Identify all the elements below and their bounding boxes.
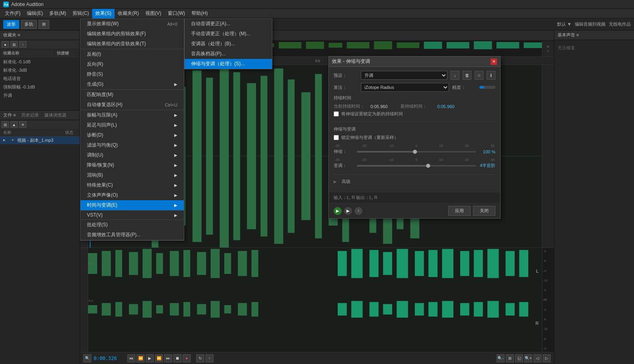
- collection-name: 升调: [1, 92, 54, 99]
- collection-row[interactable]: 标准化 -0.1dB: [1, 58, 79, 66]
- close-file-btn[interactable]: ✕: [19, 121, 26, 128]
- menu-vst[interactable]: VST(V) ▶: [81, 211, 184, 219]
- submenu-stretch-pitch[interactable]: 伸缩与变调（处理）(S)...: [185, 59, 272, 69]
- menu-help[interactable]: 帮助(H): [188, 9, 211, 18]
- default-label[interactable]: 默认 ▼: [557, 21, 572, 27]
- menu-audio-manager[interactable]: 音频增效工具管理器(P)...: [81, 230, 184, 240]
- pitch-slider[interactable]: [357, 165, 476, 167]
- menu-special[interactable]: 特殊效果(C) ▶: [81, 180, 184, 190]
- zoom-in2-btn[interactable]: 🔍+: [524, 354, 532, 362]
- advanced-label[interactable]: 高级: [342, 179, 366, 185]
- dialog-play-pause-btn[interactable]: ▶: [334, 207, 342, 215]
- menu-auto-fix[interactable]: 自动修复选区(H) Ctrl+U: [81, 100, 184, 110]
- menu-amplitude[interactable]: 振幅与压限(A) ▶: [81, 110, 184, 120]
- stretch-pitch-title: 伸缩与变调: [334, 126, 495, 132]
- menu-match-loudness[interactable]: 匹配响度(M): [81, 90, 184, 100]
- menu-reverse[interactable]: 反向(R): [81, 59, 184, 69]
- menu-filter[interactable]: 滤波与均衡(Q) ▶: [81, 140, 184, 150]
- mode-multitrack-btn[interactable]: 多轨: [21, 20, 37, 29]
- dialog-preview-btn[interactable]: ▶: [344, 207, 352, 215]
- collection-row[interactable]: 标准化 -3dB: [1, 66, 79, 74]
- submenu-pitch-shifter[interactable]: 音高换档器(P)...: [185, 49, 272, 59]
- collection-row[interactable]: 电话语音: [1, 75, 79, 82]
- menu-batch[interactable]: 批处理(S): [81, 220, 184, 230]
- submenu-manual-tune[interactable]: 手动音调更正（处理）(M)...: [185, 29, 272, 39]
- zoom-in-btn[interactable]: 🔍: [83, 354, 91, 362]
- export-btn[interactable]: ↑: [205, 354, 213, 362]
- svg-rect-79: [415, 251, 424, 276]
- scroll-left-btn[interactable]: ◁: [533, 354, 541, 362]
- close-button[interactable]: 关闭: [473, 206, 495, 216]
- svg-rect-24: [497, 42, 519, 48]
- history-tab[interactable]: 历史记录: [21, 112, 39, 118]
- dialog-export-btn[interactable]: ↑: [354, 207, 362, 215]
- preset-save-btn[interactable]: ↓: [451, 71, 459, 80]
- mode-waveform-btn[interactable]: 波形: [3, 20, 19, 29]
- preset-delete-btn[interactable]: 🗑: [463, 71, 471, 80]
- vu-6d: -6: [543, 337, 553, 341]
- rewind-btn[interactable]: ⏪: [137, 354, 145, 362]
- svg-rect-37: [206, 78, 213, 235]
- menu-window[interactable]: 窗口(W): [165, 9, 188, 18]
- preset-star-btn[interactable]: ☆: [475, 71, 483, 80]
- menu-generate[interactable]: 生成(G) ▶: [81, 79, 184, 89]
- menu-invert[interactable]: 反相(I): [81, 49, 184, 59]
- svg-rect-10: [279, 42, 302, 48]
- menu-view[interactable]: 视图(V): [142, 9, 165, 18]
- file-item[interactable]: ▸ ▸ 视频 - 副本_1.mp3: [0, 137, 80, 144]
- next-btn[interactable]: ⏭: [164, 354, 172, 362]
- menu-modulation[interactable]: 调制(U) ▶: [81, 150, 184, 160]
- right-panel: 基本声音 ≡ 无法修复: [554, 30, 634, 364]
- lock-duration-checkbox[interactable]: [334, 111, 339, 117]
- scroll-right-btn[interactable]: ▷: [543, 354, 551, 362]
- new-collection-btn[interactable]: ●: [2, 41, 9, 48]
- collection-row[interactable]: 强制限幅 -0.1dB: [1, 83, 79, 91]
- new-file-btn[interactable]: ⊞: [2, 121, 9, 128]
- collection-row[interactable]: 升调: [1, 92, 79, 99]
- apply-button[interactable]: 应用: [448, 206, 471, 216]
- open-file-btn[interactable]: ▲: [10, 121, 18, 128]
- collection-export-btn[interactable]: ↑: [19, 41, 26, 48]
- menu-edit[interactable]: 编辑(E): [24, 9, 46, 18]
- menu-stereo[interactable]: 立体声声像(O) ▶: [81, 190, 184, 200]
- stretch-slider[interactable]: [357, 151, 476, 153]
- menu-diagnostics[interactable]: 诊断(D) ▶: [81, 130, 184, 140]
- menu-silence[interactable]: 静音(S): [81, 69, 184, 79]
- mode-extra-btn[interactable]: ⊞: [38, 20, 49, 29]
- preset-info-btn[interactable]: ℹ: [487, 71, 495, 80]
- prev-btn[interactable]: ⏮: [127, 354, 135, 362]
- menu-reverb[interactable]: 混响(B) ▶: [81, 170, 184, 180]
- menu-time-pitch[interactable]: 时间与变调(E) ▶: [81, 200, 184, 210]
- zoom-out-btn[interactable]: 🔍-: [497, 354, 505, 362]
- loop-btn[interactable]: ↻: [196, 354, 204, 362]
- menu-file[interactable]: 文件(F): [2, 9, 24, 18]
- media-browser-tab[interactable]: 媒体浏览器: [44, 112, 66, 118]
- dialog-close-btn[interactable]: ✕: [491, 58, 497, 65]
- lock-stretch-checkbox[interactable]: [334, 135, 339, 140]
- overview-settings-icon[interactable]: ≡: [547, 49, 549, 53]
- submenu-auto-tune[interactable]: 自动音调更正(A)...: [185, 19, 272, 29]
- submenu-pitch-bender[interactable]: 变调器（处理）(B)...: [185, 39, 272, 49]
- menu-edit-clip-effects[interactable]: 编辑效果组内的剪辑效果(F): [81, 29, 184, 39]
- collection-folder-btn[interactable]: ⊞: [10, 41, 18, 48]
- preset-select[interactable]: 升调: [361, 71, 447, 80]
- zoom-full-btn[interactable]: ◱: [515, 354, 523, 362]
- algorithm-select[interactable]: iZotope Radius: [361, 83, 449, 92]
- stop-btn[interactable]: ⏹: [173, 354, 181, 362]
- menu-noise-reduce[interactable]: 降噪/恢复(N) ▶: [81, 160, 184, 170]
- menu-clip[interactable]: 剪辑(C): [69, 9, 92, 18]
- zoom-in-icon[interactable]: ⊞: [547, 45, 549, 48]
- menu-multitrack[interactable]: 多轨(M): [46, 9, 69, 18]
- record-btn[interactable]: ●: [183, 354, 191, 362]
- zoom-fit-btn[interactable]: ⊞: [506, 354, 514, 362]
- menu-bar: 文件(F) 编辑(E) 多轨(M) 剪辑(C) 效果(S) 收藏夹(R) 视图(…: [0, 9, 634, 18]
- time-position: 0:00.326: [94, 356, 122, 361]
- menu-edit-track-effects[interactable]: 编辑效果组内的音轨效果(T): [81, 39, 184, 49]
- fast-forward-btn[interactable]: ⏩: [155, 354, 163, 362]
- menu-effects[interactable]: 效果(S): [92, 9, 115, 18]
- col-status: 状态: [64, 129, 80, 136]
- menu-show-effects[interactable]: 显示效果组(W) Alt+0: [81, 19, 184, 29]
- play-btn[interactable]: ▶: [146, 354, 154, 362]
- menu-delay[interactable]: 延迟与回声(L) ▶: [81, 120, 184, 130]
- menu-collections[interactable]: 收藏夹(R): [115, 9, 142, 18]
